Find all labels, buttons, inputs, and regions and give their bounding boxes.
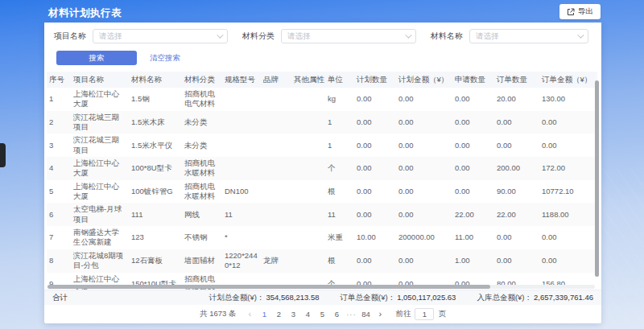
page-list: 123456···84 — [258, 310, 371, 319]
filter-group-material-name: 材料名称 请选择 — [431, 29, 588, 43]
table-row: 4上海松江中心大厦100*8U型卡招商机电水暖材料个0.000.000.0020… — [47, 157, 597, 180]
page-number[interactable]: 5 — [316, 310, 328, 319]
table-cell: 200.00 — [494, 157, 539, 180]
table-cell: 111 — [129, 203, 182, 226]
inbound-total-amount: 入库总金额(¥)：2,657,339,761.46 — [477, 293, 593, 303]
table-cell: 100*8U型卡 — [129, 157, 182, 180]
horizontal-scrollbar[interactable] — [47, 285, 595, 289]
page-number[interactable]: 2 — [273, 310, 284, 319]
table-cell: 0.00 — [539, 111, 597, 134]
clear-search-link[interactable]: 清空搜索 — [150, 53, 180, 64]
select-placeholder: 请选择 — [287, 31, 311, 42]
column-header: 订单金额（¥） — [539, 72, 597, 88]
export-button[interactable]: 导出 — [559, 4, 601, 19]
table-cell — [291, 111, 325, 134]
material-category-select[interactable]: 请选择 — [281, 29, 416, 43]
table-cell: 22.00 — [494, 203, 539, 226]
table-cell: 10.00 — [354, 226, 396, 249]
materials-table: 序号项目名称材料名称材料分类规格型号品牌其他属性单位计划数量计划金额（¥）申请数… — [47, 72, 597, 295]
column-header: 申请数量 — [452, 72, 494, 88]
page-number[interactable]: 84 — [360, 310, 371, 319]
prev-page-button[interactable]: ‹ — [245, 310, 254, 319]
table-cell: 200000.00 — [396, 226, 452, 249]
table-cell: 11 — [222, 203, 261, 226]
table-cell: 1.5钢 — [129, 88, 182, 111]
export-icon — [567, 8, 575, 16]
table-cell: 11.00 — [452, 226, 494, 249]
filter-group-material-category: 材料分类 请选择 — [242, 29, 416, 43]
table-cell: 0.00 — [494, 249, 539, 273]
table-cell: 0.00 — [396, 88, 452, 111]
table-cell: 4 — [47, 157, 71, 180]
table-cell: 1.5米木床 — [129, 111, 182, 134]
table-cell: 0.00 — [539, 134, 597, 157]
table-cell: 0.00 — [396, 203, 452, 226]
project-name-select[interactable]: 请选择 — [93, 29, 228, 43]
vertical-scrollbar-thumb[interactable] — [595, 80, 599, 277]
chevron-down-icon — [405, 31, 411, 38]
order-total-amount-label: 订单总金额(¥)： — [341, 293, 396, 302]
table-cell: 1188.00 — [539, 203, 597, 226]
table-cell: 11 — [325, 203, 354, 226]
table-cell — [291, 203, 325, 226]
table-cell: 南钢盛达大学生公寓新建 — [71, 226, 129, 249]
plan-total-amount-label: 计划总金额(¥)： — [209, 293, 265, 302]
table-cell — [291, 249, 325, 273]
table-cell: 个 — [325, 157, 354, 180]
page-number[interactable]: 3 — [287, 310, 299, 319]
chevron-down-icon — [217, 31, 223, 38]
table-cell: 0.00 — [354, 203, 396, 226]
table-cell: 上海松江中心大厦 — [71, 180, 129, 204]
table-head: 序号项目名称材料名称材料分类规格型号品牌其他属性单位计划数量计划金额（¥）申请数… — [47, 72, 597, 88]
table-cell: 0.00 — [396, 249, 452, 273]
table-cell: 1 — [47, 88, 71, 111]
page-number[interactable]: 6 — [331, 310, 342, 319]
table-cell — [222, 157, 261, 180]
plan-total-amount-value: 354,568,213.58 — [266, 293, 319, 302]
table-cell: 太空电梯-月球项目 — [71, 203, 129, 226]
table-cell: 90.00 — [494, 180, 539, 204]
table-cell — [261, 157, 291, 180]
page-number[interactable]: 4 — [302, 310, 313, 319]
column-header: 订单数量 — [494, 72, 539, 88]
table-cell: 20.00 — [494, 88, 539, 111]
table-cell: 0.00 — [452, 111, 494, 134]
column-header: 计划数量 — [354, 72, 396, 88]
table-cell: 0.00 — [354, 249, 396, 273]
table-cell: 6 — [47, 203, 71, 226]
side-drawer-handle[interactable] — [0, 143, 6, 167]
table-cell: 1 — [325, 134, 354, 157]
table-cell: 0.00 — [396, 157, 452, 180]
table-cell: 0.00 — [494, 226, 539, 249]
material-name-select[interactable]: 请选择 — [469, 29, 588, 43]
goto-label: 前往 — [395, 309, 411, 319]
table-cell — [291, 134, 325, 157]
table-cell — [261, 180, 291, 204]
filter-group-project-name: 项目名称 请选择 — [54, 29, 228, 43]
table-cell — [261, 203, 291, 226]
pagination: 共 1673 条 ‹ 123456···84 › 前往 页 — [44, 305, 601, 323]
table-cell: 未分类 — [182, 111, 222, 134]
page-title: 材料计划执行表 — [48, 6, 122, 20]
column-header: 序号 — [47, 72, 71, 88]
table-cell: 0.00 — [539, 249, 597, 273]
horizontal-scrollbar-thumb[interactable] — [47, 285, 490, 289]
table-cell: 0.00 — [396, 180, 452, 204]
table-cell: 滨江花城8期项目-分包 — [71, 249, 129, 273]
table-cell: 米重 — [325, 226, 354, 249]
column-header: 材料名称 — [129, 72, 182, 88]
table-cell: 130.00 — [539, 88, 597, 111]
table-cell — [261, 111, 291, 134]
order-total-amount: 订单总金额(¥)：1,050,117,025.63 — [341, 293, 456, 303]
table-cell: 123 — [129, 226, 182, 249]
table-cell: 10772.10 — [539, 180, 597, 204]
table-cell: 招商机电电气材料 — [182, 88, 222, 111]
table-cell: 5 — [47, 180, 71, 204]
next-page-button[interactable]: › — [375, 310, 385, 319]
search-button[interactable]: 搜索 — [56, 51, 137, 65]
table-cell — [222, 88, 261, 111]
goto-page-input[interactable] — [415, 308, 434, 320]
table-header-row: 序号项目名称材料名称材料分类规格型号品牌其他属性单位计划数量计划金额（¥）申请数… — [47, 72, 597, 88]
table-row: 3滨江花城三期项目1.5米水平仪未分类10.000.000.000.000.00 — [47, 134, 597, 157]
page-number[interactable]: 1 — [258, 310, 270, 319]
